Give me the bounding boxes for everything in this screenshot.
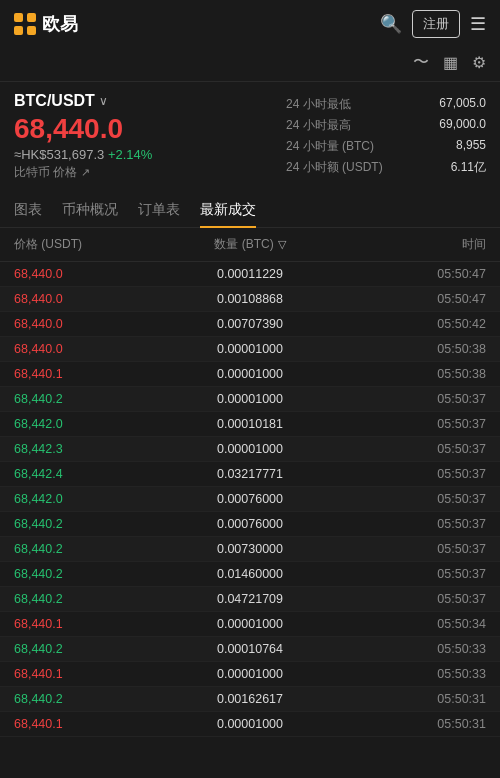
cell-price: 68,440.2 — [14, 642, 171, 656]
stat-label: 24 小时最低 — [286, 96, 351, 113]
table-row: 68,440.2 0.00730000 05:50:37 — [0, 537, 500, 562]
table-row: 68,442.4 0.03217771 05:50:37 — [0, 462, 500, 487]
cell-amount: 0.00001000 — [171, 442, 328, 456]
rows-container: 68,440.0 0.00011229 05:50:47 68,440.0 0.… — [0, 262, 500, 737]
table-header: 价格 (USDT) 数量 (BTC) ▽ 时间 — [0, 228, 500, 262]
stat-value: 69,000.0 — [439, 117, 486, 134]
cell-time: 05:50:31 — [329, 692, 486, 706]
cell-time: 05:50:37 — [329, 392, 486, 406]
cell-amount: 0.00010764 — [171, 642, 328, 656]
cell-price: 68,442.3 — [14, 442, 171, 456]
settings-toolbar-icon[interactable]: ⚙ — [472, 53, 486, 72]
cell-time: 05:50:37 — [329, 467, 486, 481]
toolbar: 〜 ▦ ⚙ — [0, 48, 500, 82]
cell-time: 05:50:33 — [329, 642, 486, 656]
tab-chart[interactable]: 图表 — [14, 193, 42, 227]
stat-label: 24 小时最高 — [286, 117, 351, 134]
cell-time: 05:50:38 — [329, 367, 486, 381]
cell-amount: 0.00001000 — [171, 342, 328, 356]
table-row: 68,440.1 0.00001000 05:50:33 — [0, 662, 500, 687]
filter-icon[interactable]: ▽ — [278, 238, 286, 251]
search-icon[interactable]: 🔍 — [380, 13, 402, 35]
list-toolbar-icon[interactable]: ▦ — [443, 53, 458, 72]
cell-price: 68,442.4 — [14, 467, 171, 481]
table-row: 68,440.0 0.00108868 05:50:47 — [0, 287, 500, 312]
svg-rect-3 — [27, 26, 36, 35]
table-row: 68,440.0 0.00011229 05:50:47 — [0, 262, 500, 287]
cell-price: 68,440.0 — [14, 317, 171, 331]
header: 欧易 🔍 注册 ☰ — [0, 0, 500, 48]
cell-amount: 0.00162617 — [171, 692, 328, 706]
chart-toolbar-icon[interactable]: 〜 — [413, 52, 429, 73]
col-header-time: 时间 — [329, 236, 486, 253]
tab-overview[interactable]: 币种概况 — [62, 193, 118, 227]
trading-pair-name[interactable]: BTC/USDT — [14, 92, 95, 110]
svg-rect-1 — [27, 13, 36, 22]
stat-row: 24 小时量 (BTC) 8,955 — [286, 138, 486, 155]
table-row: 68,442.3 0.00001000 05:50:37 — [0, 437, 500, 462]
cell-amount: 0.00108868 — [171, 292, 328, 306]
cell-price: 68,442.0 — [14, 492, 171, 506]
cell-time: 05:50:37 — [329, 442, 486, 456]
logo: 欧易 — [14, 12, 78, 36]
trades-table: 价格 (USDT) 数量 (BTC) ▽ 时间 68,440.0 0.00011… — [0, 228, 500, 737]
stat-value: 6.11亿 — [451, 159, 486, 176]
cell-time: 05:50:47 — [329, 267, 486, 281]
hk-price: ≈HK$531,697.3 +2.14% — [14, 147, 276, 162]
col-header-amount: 数量 (BTC) ▽ — [171, 236, 328, 253]
table-row: 68,440.0 0.00001000 05:50:38 — [0, 337, 500, 362]
cell-price: 68,440.2 — [14, 542, 171, 556]
table-row: 68,440.2 0.01460000 05:50:37 — [0, 562, 500, 587]
stat-row: 24 小时额 (USDT) 6.11亿 — [286, 159, 486, 176]
cell-amount: 0.00076000 — [171, 492, 328, 506]
table-row: 68,440.2 0.00076000 05:50:37 — [0, 512, 500, 537]
cell-time: 05:50:37 — [329, 492, 486, 506]
table-row: 68,440.1 0.00001000 05:50:38 — [0, 362, 500, 387]
stat-value: 8,955 — [456, 138, 486, 155]
tabs-bar: 图表币种概况订单表最新成交 — [0, 193, 500, 228]
cell-time: 05:50:37 — [329, 542, 486, 556]
cell-amount: 0.03217771 — [171, 467, 328, 481]
cell-time: 05:50:42 — [329, 317, 486, 331]
cell-time: 05:50:37 — [329, 417, 486, 431]
svg-rect-0 — [14, 13, 23, 22]
cell-time: 05:50:47 — [329, 292, 486, 306]
stat-label: 24 小时量 (BTC) — [286, 138, 374, 155]
chevron-down-icon[interactable]: ∨ — [99, 94, 108, 108]
stat-label: 24 小时额 (USDT) — [286, 159, 383, 176]
table-row: 68,440.2 0.00010764 05:50:33 — [0, 637, 500, 662]
menu-icon[interactable]: ☰ — [470, 13, 486, 35]
cell-amount: 0.00001000 — [171, 667, 328, 681]
stat-row: 24 小时最高 69,000.0 — [286, 117, 486, 134]
cell-time: 05:50:34 — [329, 617, 486, 631]
header-actions: 🔍 注册 ☰ — [380, 10, 486, 38]
tab-trades[interactable]: 最新成交 — [200, 193, 256, 227]
cell-time: 05:50:37 — [329, 567, 486, 581]
cell-price: 68,440.2 — [14, 392, 171, 406]
cell-amount: 0.00001000 — [171, 617, 328, 631]
logo-text: 欧易 — [42, 12, 78, 36]
cell-amount: 0.00010181 — [171, 417, 328, 431]
tab-order[interactable]: 订单表 — [138, 193, 180, 227]
table-row: 68,442.0 0.00010181 05:50:37 — [0, 412, 500, 437]
main-price: 68,440.0 — [14, 114, 276, 145]
cell-price: 68,440.1 — [14, 617, 171, 631]
cell-time: 05:50:37 — [329, 592, 486, 606]
cell-price: 68,442.0 — [14, 417, 171, 431]
register-button[interactable]: 注册 — [412, 10, 460, 38]
table-row: 68,442.0 0.00076000 05:50:37 — [0, 487, 500, 512]
external-link-icon[interactable]: ↗ — [81, 166, 90, 179]
cell-price: 68,440.2 — [14, 692, 171, 706]
cell-amount: 0.00076000 — [171, 517, 328, 531]
cell-time: 05:50:38 — [329, 342, 486, 356]
cell-amount: 0.00707390 — [171, 317, 328, 331]
cell-price: 68,440.2 — [14, 517, 171, 531]
price-section: BTC/USDT ∨ 68,440.0 ≈HK$531,697.3 +2.14%… — [0, 82, 500, 187]
price-stats: 24 小时最低 67,005.024 小时最高 69,000.024 小时量 (… — [286, 92, 486, 181]
table-row: 68,440.0 0.00707390 05:50:42 — [0, 312, 500, 337]
stat-row: 24 小时最低 67,005.0 — [286, 96, 486, 113]
cell-amount: 0.00001000 — [171, 717, 328, 731]
cell-time: 05:50:31 — [329, 717, 486, 731]
cell-amount: 0.00730000 — [171, 542, 328, 556]
cell-price: 68,440.0 — [14, 292, 171, 306]
